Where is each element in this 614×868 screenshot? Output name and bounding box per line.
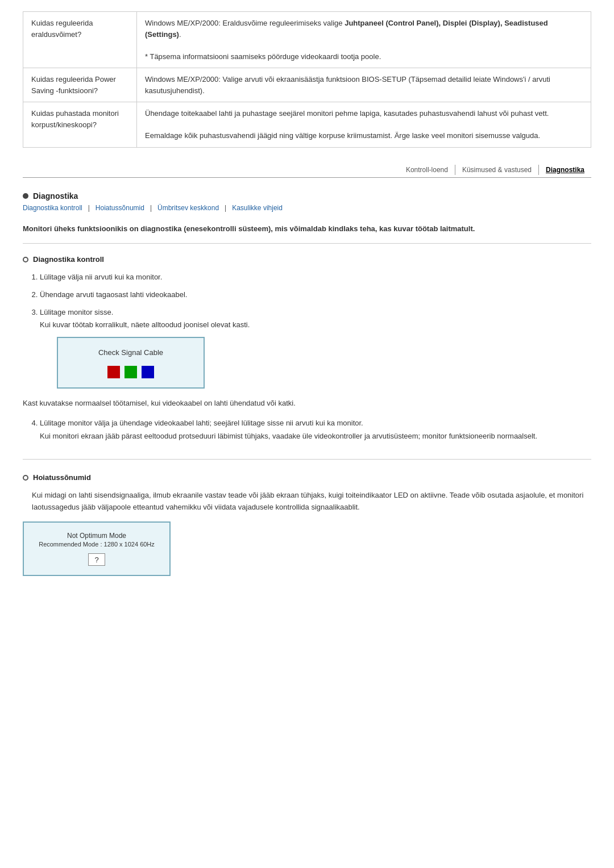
not-optimum-sub: Recommended Mode : 1280 x 1024 60Hz: [35, 541, 158, 548]
faq-answer-2: Windows ME/XP/2000: Valige arvuti või ek…: [137, 68, 591, 102]
faq-question-3: Kuidas puhastada monitori korpust/kinesk…: [23, 102, 137, 148]
not-optimum-question-button[interactable]: ?: [88, 553, 105, 566]
signal-cable-box: Check Signal Cable: [57, 337, 205, 389]
faq-answer-1-part2: * Täpsema informatsiooni saamiseks pöörd…: [145, 52, 381, 61]
color-squares: [69, 366, 192, 378]
step-3-subtext: Kui kuvar töötab korralikult, näete allt…: [40, 319, 591, 331]
faq-row-1: Kuidas reguleerida eraldusvõimet? Window…: [23, 12, 591, 68]
faq-answer-1-part1: Windows ME/XP/2000: Eraldusvõime regulee…: [145, 19, 548, 39]
step-3-text: Lülitage monitor sisse.: [40, 308, 113, 316]
faq-answer-3-part1: Ühendage toitekaabel lahti ja puhastage …: [145, 109, 549, 118]
step-2-text: Ühendage arvuti tagaosast lahti videokaa…: [40, 290, 187, 299]
steps-list-continued: Lülitage monitor välja ja ühendage video…: [23, 418, 591, 443]
section-diagnostika-title: Diagnostika kontroll: [33, 255, 104, 264]
section-dot-icon: [23, 257, 28, 262]
step-2: Ühendage arvuti tagaosast lahti videokaa…: [40, 289, 591, 301]
faq-answer-3: Ühendage toitekaabel lahti ja puhastage …: [137, 102, 591, 148]
section-diagnostika-header: Diagnostika kontroll: [23, 255, 591, 264]
faq-row-2: Kuidas reguleerida Power Saving -funktsi…: [23, 68, 591, 102]
blue-square: [142, 366, 154, 378]
signal-cable-title: Check Signal Cable: [69, 347, 192, 359]
subnav-umbritsev-keskkond[interactable]: Ümbritsev keskkond: [157, 204, 225, 212]
step-1-text: Lülitage välja nii arvuti kui ka monitor…: [40, 273, 162, 281]
red-square: [107, 366, 120, 378]
subnav-diagnostika-kontroll[interactable]: Diagnostika kontroll: [23, 204, 88, 212]
green-square: [125, 366, 137, 378]
steps-list: Lülitage välja nii arvuti kui ka monitor…: [23, 272, 591, 389]
section-divider: [23, 459, 591, 460]
sub-navigation: Diagnostika kontroll | Hoiatussõnumid | …: [23, 204, 591, 212]
not-optimum-box: Not Optimum Mode Recommended Mode : 1280…: [23, 521, 171, 576]
tab-diagnostika[interactable]: Diagnostika: [539, 165, 591, 175]
step-3: Lülitage monitor sisse. Kui kuvar töötab…: [40, 307, 591, 389]
tab-kontroll-loend[interactable]: Kontroll-loend: [399, 165, 455, 175]
step-4-subtext: Kui monitori ekraan jääb pärast eeltoodu…: [40, 431, 591, 443]
step-4-text: Lülitage monitor välja ja ühendage video…: [40, 419, 363, 427]
step-1: Lülitage välja nii arvuti kui ka monitor…: [40, 272, 591, 283]
after-box-text: Kast kuvatakse normaalsel töötamisel, ku…: [23, 398, 591, 410]
step-4: Lülitage monitor välja ja ühendage video…: [40, 418, 591, 443]
subnav-sep-3: |: [225, 204, 232, 212]
faq-table: Kuidas reguleerida eraldusvõimet? Window…: [23, 11, 591, 148]
faq-question-1: Kuidas reguleerida eraldusvõimet?: [23, 12, 137, 68]
section-diagnostika-kontroll: Diagnostika kontroll Lülitage välja nii …: [23, 255, 591, 442]
faq-question-2: Kuidas reguleerida Power Saving -funktsi…: [23, 68, 137, 102]
hoiatused-text: Kui midagi on lahti sisendsignaaliga, il…: [23, 490, 591, 514]
subnav-sep-2: |: [150, 204, 157, 212]
tab-kysimused-vastused[interactable]: Küsimused & vastused: [455, 165, 539, 175]
faq-answer-1: Windows ME/XP/2000: Eraldusvõime regulee…: [137, 12, 591, 68]
page-header: Diagnostika: [23, 191, 591, 201]
subnav-sep-1: |: [88, 204, 96, 212]
section-hoiatused-header: Hoiatussõnumid: [23, 473, 591, 482]
intro-text: Monitori üheks funktsioonikis on diagnos…: [23, 223, 591, 244]
subnav-hoiatussõnumid[interactable]: Hoiatussõnumid: [96, 204, 150, 212]
section-hoiatussõnumid: Hoiatussõnumid Kui midagi on lahti sisen…: [23, 473, 591, 576]
section-hoiatused-title: Hoiatussõnumid: [33, 473, 91, 482]
not-optimum-title: Not Optimum Mode: [35, 532, 158, 540]
faq-row-3: Kuidas puhastada monitori korpust/kinesk…: [23, 102, 591, 148]
faq-answer-3-part2: Eemaldage kõik puhastusvahendi jäägid ni…: [145, 131, 540, 140]
page-title: Diagnostika: [33, 191, 78, 201]
section-hoiatused-dot-icon: [23, 475, 28, 481]
header-dot-icon: [23, 193, 28, 199]
subnav-kasulikke-vihjeid[interactable]: Kasulikke vihjeid: [232, 204, 288, 212]
tab-navigation: Kontroll-loend Küsimused & vastused Diag…: [23, 165, 591, 178]
